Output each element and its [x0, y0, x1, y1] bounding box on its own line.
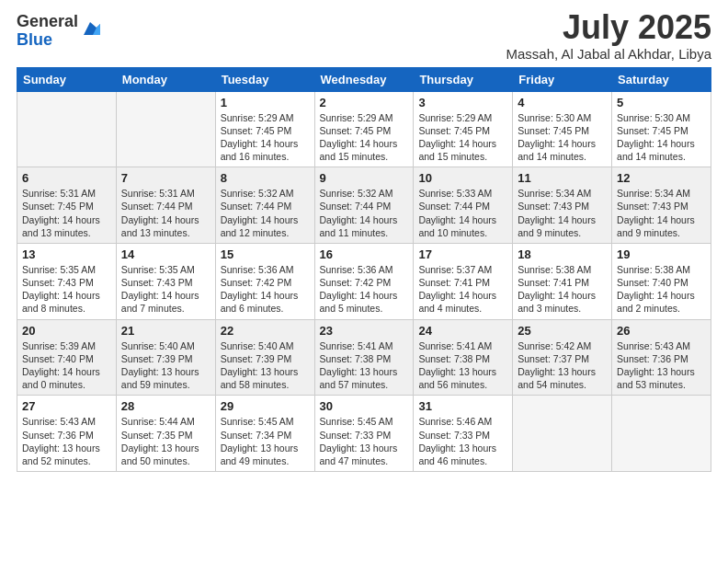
table-row: 8Sunrise: 5:32 AMSunset: 7:44 PMDaylight…: [215, 167, 314, 244]
day-detail: Sunrise: 5:38 AMSunset: 7:41 PMDaylight:…: [518, 263, 607, 316]
day-detail: Sunrise: 5:42 AMSunset: 7:37 PMDaylight:…: [518, 339, 607, 392]
table-row: 31Sunrise: 5:46 AMSunset: 7:33 PMDayligh…: [414, 396, 513, 472]
calendar-week-row: 13Sunrise: 5:35 AMSunset: 7:43 PMDayligh…: [17, 243, 711, 319]
table-row: 15Sunrise: 5:36 AMSunset: 7:42 PMDayligh…: [215, 243, 314, 319]
day-number: 5: [617, 96, 706, 109]
col-sunday: Sunday: [17, 67, 117, 91]
day-detail: Sunrise: 5:35 AMSunset: 7:43 PMDaylight:…: [22, 263, 111, 316]
day-detail: Sunrise: 5:35 AMSunset: 7:43 PMDaylight:…: [121, 263, 210, 316]
table-row: 7Sunrise: 5:31 AMSunset: 7:44 PMDaylight…: [116, 167, 215, 244]
table-row: 24Sunrise: 5:41 AMSunset: 7:38 PMDayligh…: [414, 319, 513, 396]
day-number: 8: [221, 171, 310, 185]
table-row: 6Sunrise: 5:31 AMSunset: 7:45 PMDaylight…: [17, 167, 117, 244]
table-row: 16Sunrise: 5:36 AMSunset: 7:42 PMDayligh…: [314, 243, 414, 319]
col-tuesday: Tuesday: [215, 67, 314, 91]
header: General Blue July 2025 Massah, Al Jabal …: [17, 9, 711, 62]
day-detail: Sunrise: 5:32 AMSunset: 7:44 PMDaylight:…: [320, 187, 409, 239]
table-row: 20Sunrise: 5:39 AMSunset: 7:40 PMDayligh…: [17, 319, 117, 396]
day-number: 10: [418, 171, 507, 185]
day-detail: Sunrise: 5:43 AMSunset: 7:36 PMDaylight:…: [617, 339, 706, 392]
day-detail: Sunrise: 5:36 AMSunset: 7:42 PMDaylight:…: [320, 263, 409, 316]
logo: General Blue: [17, 13, 100, 50]
day-detail: Sunrise: 5:31 AMSunset: 7:44 PMDaylight:…: [121, 187, 210, 239]
day-number: 24: [418, 324, 507, 338]
day-detail: Sunrise: 5:41 AMSunset: 7:38 PMDaylight:…: [320, 339, 409, 392]
table-row: 5Sunrise: 5:30 AMSunset: 7:45 PMDaylight…: [612, 91, 711, 167]
day-number: 20: [22, 324, 111, 338]
day-detail: Sunrise: 5:44 AMSunset: 7:35 PMDaylight:…: [121, 415, 210, 467]
day-number: 29: [221, 399, 310, 413]
col-thursday: Thursday: [414, 67, 513, 91]
day-detail: Sunrise: 5:40 AMSunset: 7:39 PMDaylight:…: [221, 339, 310, 392]
day-number: 16: [320, 247, 409, 261]
day-detail: Sunrise: 5:30 AMSunset: 7:45 PMDaylight:…: [518, 111, 607, 164]
table-row: 27Sunrise: 5:43 AMSunset: 7:36 PMDayligh…: [17, 396, 117, 472]
day-number: 6: [22, 171, 111, 185]
day-number: 26: [617, 324, 706, 338]
day-detail: Sunrise: 5:31 AMSunset: 7:45 PMDaylight:…: [22, 187, 111, 239]
calendar-table: Sunday Monday Tuesday Wednesday Thursday…: [17, 67, 711, 472]
title-block: July 2025 Massah, Al Jabal al Akhdar, Li…: [506, 9, 711, 62]
col-wednesday: Wednesday: [314, 67, 414, 91]
table-row: 17Sunrise: 5:37 AMSunset: 7:41 PMDayligh…: [414, 243, 513, 319]
day-number: 25: [518, 324, 607, 338]
day-detail: Sunrise: 5:32 AMSunset: 7:44 PMDaylight:…: [221, 187, 310, 239]
day-number: 14: [121, 247, 210, 261]
table-row: 2Sunrise: 5:29 AMSunset: 7:45 PMDaylight…: [314, 91, 414, 167]
table-row: [612, 396, 711, 472]
day-detail: Sunrise: 5:39 AMSunset: 7:40 PMDaylight:…: [22, 339, 111, 392]
table-row: 18Sunrise: 5:38 AMSunset: 7:41 PMDayligh…: [513, 243, 612, 319]
table-row: 12Sunrise: 5:34 AMSunset: 7:43 PMDayligh…: [612, 167, 711, 244]
day-number: 2: [320, 96, 409, 109]
day-number: 19: [617, 247, 706, 261]
day-number: 17: [418, 247, 507, 261]
day-number: 4: [518, 96, 607, 109]
day-number: 12: [617, 171, 706, 185]
table-row: [513, 396, 612, 472]
logo-general: General: [17, 12, 78, 30]
day-detail: Sunrise: 5:29 AMSunset: 7:45 PMDaylight:…: [221, 111, 310, 164]
table-row: 11Sunrise: 5:34 AMSunset: 7:43 PMDayligh…: [513, 167, 612, 244]
table-row: 10Sunrise: 5:33 AMSunset: 7:44 PMDayligh…: [414, 167, 513, 244]
day-number: 21: [121, 324, 210, 338]
day-number: 7: [121, 171, 210, 185]
day-detail: Sunrise: 5:37 AMSunset: 7:41 PMDaylight:…: [418, 263, 507, 316]
table-row: 26Sunrise: 5:43 AMSunset: 7:36 PMDayligh…: [612, 319, 711, 396]
day-detail: Sunrise: 5:41 AMSunset: 7:38 PMDaylight:…: [418, 339, 507, 392]
month-title: July 2025: [506, 9, 711, 46]
day-detail: Sunrise: 5:40 AMSunset: 7:39 PMDaylight:…: [121, 339, 210, 392]
calendar-week-row: 20Sunrise: 5:39 AMSunset: 7:40 PMDayligh…: [17, 319, 711, 396]
day-number: 1: [221, 96, 310, 109]
day-detail: Sunrise: 5:38 AMSunset: 7:40 PMDaylight:…: [617, 263, 706, 316]
day-number: 9: [320, 171, 409, 185]
calendar-header-row: Sunday Monday Tuesday Wednesday Thursday…: [17, 67, 711, 91]
day-detail: Sunrise: 5:29 AMSunset: 7:45 PMDaylight:…: [320, 111, 409, 164]
day-number: 30: [320, 399, 409, 413]
table-row: 28Sunrise: 5:44 AMSunset: 7:35 PMDayligh…: [116, 396, 215, 472]
day-detail: Sunrise: 5:29 AMSunset: 7:45 PMDaylight:…: [418, 111, 507, 164]
col-monday: Monday: [116, 67, 215, 91]
day-number: 27: [22, 399, 111, 413]
day-number: 15: [221, 247, 310, 261]
day-number: 13: [22, 247, 111, 261]
table-row: 22Sunrise: 5:40 AMSunset: 7:39 PMDayligh…: [215, 319, 314, 396]
logo-icon: [80, 18, 100, 39]
calendar-week-row: 27Sunrise: 5:43 AMSunset: 7:36 PMDayligh…: [17, 396, 711, 472]
col-friday: Friday: [513, 67, 612, 91]
calendar-week-row: 6Sunrise: 5:31 AMSunset: 7:45 PMDaylight…: [17, 167, 711, 244]
day-detail: Sunrise: 5:36 AMSunset: 7:42 PMDaylight:…: [221, 263, 310, 316]
table-row: 23Sunrise: 5:41 AMSunset: 7:38 PMDayligh…: [314, 319, 414, 396]
day-number: 22: [221, 324, 310, 338]
day-number: 3: [418, 96, 507, 109]
day-number: 31: [418, 399, 507, 413]
day-number: 23: [320, 324, 409, 338]
page: General Blue July 2025 Massah, Al Jabal …: [0, 0, 728, 563]
day-number: 28: [121, 399, 210, 413]
table-row: 19Sunrise: 5:38 AMSunset: 7:40 PMDayligh…: [612, 243, 711, 319]
table-row: 3Sunrise: 5:29 AMSunset: 7:45 PMDaylight…: [414, 91, 513, 167]
day-number: 18: [518, 247, 607, 261]
table-row: 9Sunrise: 5:32 AMSunset: 7:44 PMDaylight…: [314, 167, 414, 244]
table-row: 21Sunrise: 5:40 AMSunset: 7:39 PMDayligh…: [116, 319, 215, 396]
logo-text: General Blue: [17, 13, 78, 50]
day-detail: Sunrise: 5:34 AMSunset: 7:43 PMDaylight:…: [518, 187, 607, 239]
